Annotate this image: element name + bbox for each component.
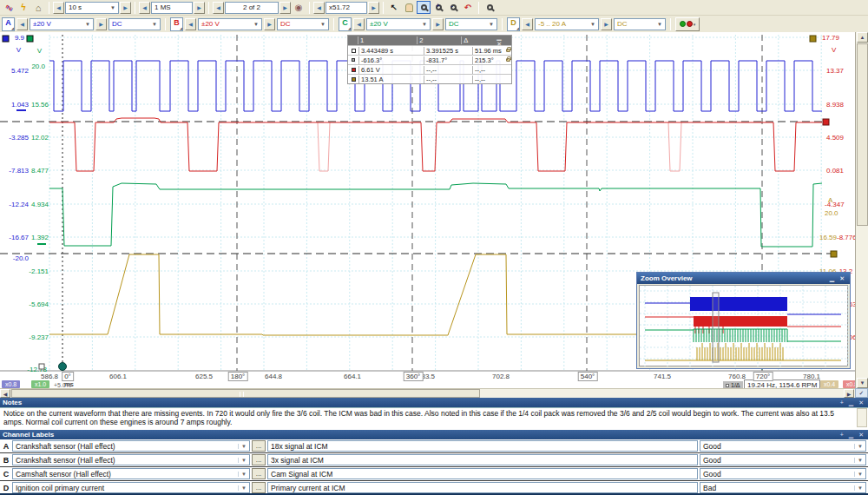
channel-b-range-down[interactable]: ◀ (185, 18, 196, 30)
zoom-badge-left-2[interactable]: x1.0 (31, 380, 49, 388)
rotation-degree-box[interactable]: 180° (228, 372, 248, 381)
lock-icon[interactable] (506, 58, 510, 62)
horizontal-scroll-thumb[interactable] (11, 389, 480, 398)
notes-scrollbar[interactable] (857, 408, 867, 427)
start-stop-button[interactable]: ▾ (675, 17, 700, 31)
time-tick-label: 586.8 (41, 373, 58, 380)
rotation-degree-box[interactable]: 540° (578, 372, 598, 381)
channel-a-range-down[interactable]: ◀ (16, 18, 28, 30)
pin-icon: + (840, 399, 845, 406)
undo-zoom-button[interactable]: ↶ (461, 1, 475, 14)
status-select-b[interactable]: Good▼ (700, 454, 866, 465)
channel-d-range-up[interactable]: ▶ (601, 18, 612, 30)
rotation-degree-box[interactable]: 360° (404, 372, 424, 381)
axis-marker-square[interactable] (823, 119, 829, 125)
channel-c-coupling-select[interactable]: DC▼ (445, 18, 497, 30)
rotation-degree-box[interactable]: 0° (62, 372, 74, 381)
home-button[interactable]: ⌂ (31, 1, 45, 14)
channel-a-coupling-select[interactable]: DC▼ (108, 18, 161, 30)
marquee-zoom-tool-button[interactable] (417, 1, 431, 14)
zoom-overview-panel[interactable]: Zoom Overview ▁ ✕ (636, 272, 851, 369)
channel-a-range-select[interactable]: ±20 V▼ (30, 18, 94, 30)
zoom-overview-graph[interactable] (640, 286, 849, 366)
probe-more-button-c[interactable]: ... (252, 468, 266, 479)
status-select-a[interactable]: Good▼ (700, 440, 866, 452)
zoom-in-tool-button[interactable]: + (431, 1, 445, 14)
vertical-scrollbar[interactable]: ▲ ▼ (855, 32, 868, 388)
pan-tool-button[interactable] (402, 1, 416, 14)
zoom-overview-body[interactable] (639, 285, 848, 366)
zoom-badge-left-1[interactable]: x0.8 (2, 380, 20, 388)
probe-more-button-d[interactable]: ... (252, 482, 266, 493)
timebase-next-button[interactable]: ▶ (120, 2, 131, 14)
probe-select-c[interactable]: Camshaft sensor (Hall effect)▼ (12, 468, 250, 479)
axis-marker-square[interactable] (39, 364, 44, 369)
channel-c-range-select[interactable]: ±20 V▼ (366, 18, 431, 30)
channel-c-range-down[interactable]: ◀ (353, 18, 365, 30)
buffer-next-button[interactable]: ▶ (279, 2, 291, 14)
horizontal-scrollbar[interactable]: ◀ ▶ (0, 388, 855, 398)
zoom-out-step-button[interactable]: ◀ (313, 2, 325, 14)
channel-d-coupling-select[interactable]: DC▼ (614, 18, 666, 30)
channel-c-range-up[interactable]: ▶ (432, 18, 444, 30)
axis-marker-square[interactable] (831, 251, 837, 257)
channel-a-range-up[interactable]: ▶ (95, 18, 107, 30)
chevron-down-icon: ▼ (854, 458, 863, 463)
channel-b-button[interactable]: B◢ (170, 17, 183, 31)
samples-next-button[interactable]: ▶ (194, 2, 205, 14)
zoom-overview-titlebar[interactable]: Zoom Overview ▁ ✕ (637, 273, 850, 284)
zoom-badge-right-1[interactable]: x0.4 (820, 380, 838, 388)
notes-header[interactable]: Notes + ▁ ✕ (0, 398, 868, 407)
time-ruler-handle[interactable] (59, 363, 67, 371)
scroll-left-button[interactable]: ◀ (0, 389, 10, 398)
zoom-out-tool-button[interactable]: - (446, 1, 460, 14)
lock-icon[interactable] (506, 49, 510, 52)
scroll-corner-button[interactable]: ✓ (855, 388, 868, 398)
samples-prev-button[interactable]: ◀ (139, 2, 150, 14)
timebase-select[interactable]: 10 s▼ (65, 2, 119, 14)
status-select-c[interactable]: Good▼ (700, 468, 866, 479)
buffer-prev-button[interactable]: ◀ (213, 2, 224, 14)
channel-d-button[interactable]: D◢ (507, 17, 520, 31)
zoom-view-rectangle[interactable] (713, 293, 719, 362)
description-field-c[interactable]: Cam Signal at ICM (267, 468, 698, 479)
description-field-b[interactable]: 3x signal at ICM (267, 454, 698, 465)
panel-minimize-close-icons[interactable]: ▁ ✕ (496, 34, 511, 48)
probe-select-d[interactable]: Ignition coil primary current▼ (12, 482, 250, 493)
channel-b-range-select[interactable]: ±20 V▼ (198, 18, 262, 30)
channel-d-range-down[interactable]: ◀ (522, 18, 533, 30)
samples-select[interactable]: 1 MS (151, 2, 193, 14)
channel-d-range-select[interactable]: -5 .. 20 A▼ (535, 18, 599, 30)
zoom-factor-field[interactable]: x51.72 (326, 2, 367, 14)
probe-more-button-a[interactable]: ... (252, 440, 266, 452)
channel-c-button[interactable]: C◢ (339, 17, 352, 31)
probe-select-b[interactable]: Crankshaft sensor (Hall effect)▼ (12, 454, 250, 465)
scroll-up-button[interactable]: ▲ (857, 32, 868, 43)
zoom-full-button[interactable] (483, 1, 496, 14)
status-select-d[interactable]: Bad▼ (700, 482, 866, 493)
description-field-d[interactable]: Primary current at ICM (267, 482, 698, 493)
channel-b-coupling-select[interactable]: DC▼ (277, 18, 329, 30)
probe-select-a[interactable]: Crankshaft sensor (Hall effect)▼ (12, 440, 250, 452)
description-field-a[interactable]: 18x signal at ICM (267, 440, 698, 452)
scroll-down-button[interactable]: ▼ (857, 378, 868, 388)
scroll-right-button[interactable]: ▶ (844, 389, 854, 398)
timebase-prev-button[interactable]: ◀ (53, 2, 64, 14)
ruler-legend-panel[interactable]: 1 2 Δ ▁ ✕ 3.443489 s 3.391525 s 51.96 ms… (347, 35, 512, 84)
channel-a-button[interactable]: A◢ (2, 17, 15, 31)
channel-b-range-up[interactable]: ▶ (264, 18, 275, 30)
axis-marker-square[interactable] (27, 36, 33, 42)
axis-marker-square[interactable] (3, 36, 9, 42)
quick-setup-button[interactable]: ϟ (16, 1, 30, 14)
buffer-indicator[interactable]: 2 of 2 (225, 2, 279, 14)
probe-more-button-b[interactable]: ... (252, 454, 266, 465)
waveform-view-button[interactable]: ∿ (2, 1, 16, 14)
channel-labels-header[interactable]: Channel Labels + ▁ ✕ (0, 430, 868, 439)
zoom-in-step-button[interactable]: ▶ (368, 2, 379, 14)
vertical-scroll-thumb[interactable] (857, 43, 868, 226)
rotation-degree-box[interactable]: 720° (753, 372, 773, 381)
notes-text[interactable]: Notice on the current waveform that ther… (0, 407, 868, 428)
pointer-tool-button[interactable]: ↖ (387, 1, 401, 14)
axis-marker-square[interactable] (810, 36, 816, 42)
buffer-overview-button[interactable]: ◉ (292, 1, 306, 14)
